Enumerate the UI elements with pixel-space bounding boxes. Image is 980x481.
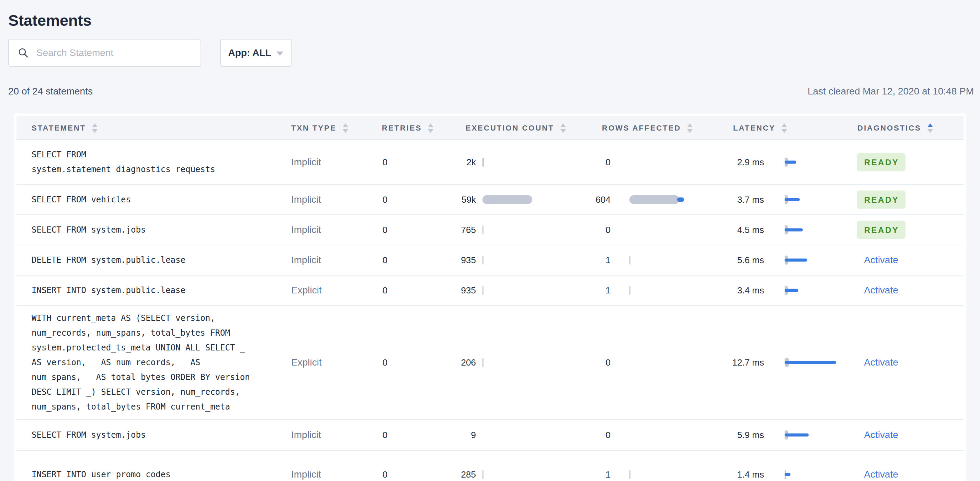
bar (482, 256, 484, 264)
column-header-label: EXECUTION COUNT (466, 124, 554, 133)
diagnostics-ready-badge: READY (857, 191, 906, 209)
latency-mean-bar (784, 228, 803, 232)
retries-value: 0 (382, 285, 387, 296)
statement-text[interactable]: SELECT FROM system.statement_diagnostics… (32, 147, 288, 177)
bar (482, 195, 532, 204)
latency-mean-bar (784, 473, 791, 476)
sort-desc-icon[interactable] (560, 129, 566, 133)
column-header-rows-affected[interactable]: ROWS AFFECTED (602, 116, 693, 140)
execution-count-bar (482, 255, 541, 265)
sort-desc-icon[interactable] (781, 129, 787, 133)
execution-count-bar (482, 225, 541, 235)
sort-arrows-icon[interactable] (928, 123, 933, 133)
bar (629, 286, 630, 295)
sort-asc-icon[interactable] (428, 123, 433, 127)
diagnostics-activate-link[interactable]: Activate (864, 469, 898, 479)
sort-asc-icon[interactable] (781, 123, 787, 127)
column-header-execution-count[interactable]: EXECUTION COUNT (466, 116, 566, 140)
rows-affected-bar (629, 469, 691, 479)
sort-asc-icon[interactable] (92, 123, 97, 127)
retries-value: 0 (382, 157, 387, 168)
bar (482, 358, 484, 367)
diagnostics-activate-link[interactable]: Activate (864, 255, 898, 265)
diagnostics-activate-link[interactable]: Activate (864, 285, 898, 295)
search-icon (18, 48, 29, 58)
column-header-retries[interactable]: RETRIES (382, 116, 433, 140)
bar (482, 225, 484, 234)
table-row: SELECT FROM system.jobsImplicit0905.9 ms… (16, 420, 964, 451)
execution-count-value: 935 (435, 255, 476, 266)
search-input[interactable] (36, 47, 192, 59)
search-box[interactable] (8, 39, 201, 67)
sort-arrows-icon[interactable] (428, 123, 433, 133)
statement-text[interactable]: WITH current_meta AS (SELECT version, nu… (32, 311, 288, 414)
execution-count-value: 285 (435, 469, 476, 480)
txn-type-value: Implicit (291, 255, 321, 266)
statements-table: STATEMENTTXN TYPERETRIESEXECUTION COUNTR… (14, 113, 966, 481)
sort-arrows-icon[interactable] (343, 123, 348, 133)
sort-asc-icon[interactable] (928, 123, 933, 127)
txn-type-value: Explicit (291, 357, 322, 368)
statement-text[interactable]: INSERT INTO system.public.lease (32, 283, 288, 298)
retries-value: 0 (382, 469, 387, 480)
sort-arrows-icon[interactable] (781, 123, 787, 133)
rows-affected-value: 0 (569, 357, 611, 368)
bar (482, 158, 484, 167)
table-row: INSERT INTO user_promo_codesImplicit0285… (16, 451, 964, 481)
sort-desc-icon[interactable] (343, 129, 348, 133)
app-filter-dropdown[interactable]: App: ALL (220, 39, 291, 67)
statement-count: 20 of 24 statements (8, 86, 93, 97)
execution-count-bar (482, 357, 541, 368)
column-header-statement[interactable]: STATEMENT (32, 116, 97, 140)
rows-affected-bar (629, 194, 691, 205)
column-header-label: STATEMENT (32, 124, 86, 133)
rows-affected-bar (629, 255, 691, 265)
column-header-txn-type[interactable]: TXN TYPE (291, 116, 348, 140)
statement-text[interactable]: SELECT FROM system.jobs (32, 223, 288, 237)
diagnostics-cell: Activate (823, 255, 939, 266)
sort-asc-icon[interactable] (687, 123, 693, 127)
execution-count-value: 935 (435, 285, 476, 296)
statement-text[interactable]: SELECT FROM vehicles (32, 193, 288, 207)
sort-asc-icon[interactable] (560, 123, 566, 127)
sort-desc-icon[interactable] (92, 129, 97, 133)
diagnostics-cell: Activate (823, 357, 939, 368)
execution-count-bar (482, 469, 541, 479)
latency-value: 12.7 ms (710, 357, 764, 368)
diagnostics-cell: READY (823, 153, 939, 172)
diagnostics-activate-link[interactable]: Activate (864, 357, 898, 368)
diagnostics-activate-link[interactable]: Activate (864, 430, 898, 440)
table-row: DELETE FROM system.public.leaseImplicit0… (16, 245, 964, 276)
execution-count-bar (482, 285, 541, 295)
bar (482, 286, 484, 295)
sort-arrows-icon[interactable] (560, 123, 566, 133)
sort-arrows-icon[interactable] (687, 123, 693, 133)
rows-affected-value: 1 (569, 469, 611, 480)
sort-desc-icon[interactable] (928, 129, 933, 133)
statement-text[interactable]: DELETE FROM system.public.lease (32, 253, 288, 268)
latency-mean-bar (784, 289, 799, 292)
app-filter-label: App: ALL (228, 48, 271, 58)
sort-arrows-icon[interactable] (92, 123, 97, 133)
rows-affected-value: 604 (569, 194, 611, 205)
diagnostics-cell: Activate (823, 285, 939, 296)
txn-type-value: Implicit (291, 225, 321, 235)
txn-type-value: Explicit (291, 285, 322, 296)
sort-desc-icon[interactable] (687, 129, 693, 133)
retries-value: 0 (382, 194, 387, 205)
column-header-latency[interactable]: LATENCY (733, 116, 787, 140)
rows-affected-value: 1 (569, 285, 611, 296)
retries-value: 0 (382, 357, 387, 368)
retries-value: 0 (382, 255, 387, 266)
latency-value: 4.5 ms (710, 225, 764, 235)
column-header-label: LATENCY (733, 124, 775, 133)
retries-value: 0 (382, 225, 387, 235)
statement-text[interactable]: SELECT FROM system.jobs (32, 428, 288, 443)
column-header-diagnostics[interactable]: DIAGNOSTICS (858, 116, 933, 140)
sort-desc-icon[interactable] (428, 129, 433, 133)
execution-count-value: 59k (435, 194, 476, 205)
statement-text[interactable]: INSERT INTO user_promo_codes (32, 467, 288, 481)
sort-asc-icon[interactable] (343, 123, 348, 127)
execution-count-value: 765 (435, 225, 476, 235)
execution-count-bar (482, 430, 541, 440)
